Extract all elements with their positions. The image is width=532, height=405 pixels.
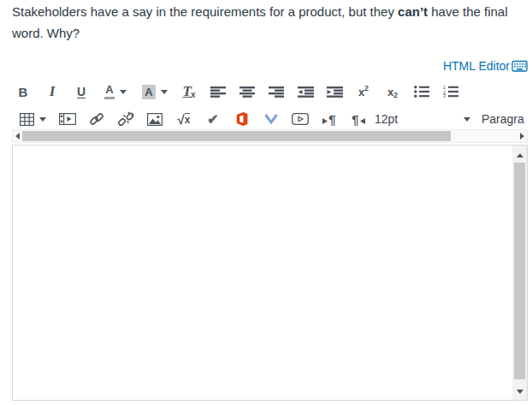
rtl-arrow-icon [360, 118, 365, 124]
question-text-segment: Stakeholders have a say in the requireme… [12, 4, 398, 19]
ltr-arrow-icon [322, 118, 328, 124]
link-button[interactable] [82, 108, 111, 130]
subscript-button[interactable]: x2 [378, 80, 407, 103]
numbered-list-button[interactable]: 1 2 3 [436, 80, 465, 103]
align-right-button[interactable] [262, 80, 291, 103]
outdent-icon [298, 86, 314, 98]
left-to-right-button[interactable]: ¶ [315, 108, 344, 130]
align-left-button[interactable] [204, 80, 233, 103]
office365-icon [236, 112, 248, 126]
text-color-button[interactable]: A [96, 80, 135, 103]
scroll-left-arrow-icon[interactable] [15, 133, 20, 140]
superscript-icon-2: 2 [364, 84, 369, 92]
clear-formatting-icon-x: x [191, 90, 196, 99]
keyboard-icon [511, 60, 528, 72]
toolbar-row-1: B I U A A Tx [9, 80, 465, 104]
font-size-dropdown[interactable]: 12pt [375, 107, 470, 131]
quiz-question-editor: Stakeholders have a say in the requireme… [0, 0, 532, 405]
question-text: Stakeholders have a say in the requireme… [12, 1, 526, 44]
external-tool-check-button[interactable]: ✔ [198, 108, 228, 130]
question-bold-word: can’t [398, 4, 428, 19]
background-color-icon: A [142, 85, 155, 99]
toolbar-row-2: √x ✔ ¶ ¶ [12, 107, 373, 131]
align-center-icon [239, 86, 255, 98]
clear-formatting-button[interactable]: Tx [174, 80, 204, 103]
numbered-list-icon: 1 2 3 [443, 86, 458, 98]
record-media-button[interactable] [53, 108, 82, 130]
bold-button[interactable]: B [9, 80, 38, 103]
office365-button[interactable] [228, 108, 257, 130]
record-media-icon [59, 113, 76, 125]
image-button[interactable] [140, 108, 169, 130]
paragraph-format-value: Paragra [482, 112, 524, 126]
table-icon [20, 113, 34, 126]
italic-icon: I [50, 83, 56, 100]
scroll-up-arrow-icon[interactable] [517, 153, 523, 158]
v-tool-button[interactable] [257, 108, 286, 130]
align-right-icon [269, 86, 284, 98]
link-icon [89, 111, 104, 127]
chevron-down-icon [39, 117, 46, 122]
superscript-button[interactable]: x2 [349, 80, 378, 103]
vertical-scroll-thumb[interactable] [514, 163, 525, 379]
outdent-button[interactable] [291, 80, 320, 103]
align-left-icon [210, 86, 226, 98]
equation-button[interactable]: √x [169, 108, 198, 130]
indent-icon [327, 86, 343, 98]
equation-icon: √ [178, 112, 185, 127]
editor-vertical-scrollbar[interactable] [512, 146, 527, 400]
video-embed-button[interactable] [286, 108, 315, 130]
font-size-value: 12pt [375, 112, 398, 126]
rtl-paragraph-icon: ¶ [352, 112, 358, 127]
align-center-button[interactable] [233, 80, 262, 103]
video-embed-icon [292, 113, 309, 125]
indent-button[interactable] [320, 80, 349, 103]
underline-icon: U [77, 85, 86, 98]
scroll-down-arrow-icon[interactable] [517, 390, 523, 394]
unlink-icon [118, 111, 134, 127]
right-to-left-button[interactable]: ¶ [344, 108, 373, 130]
superscript-icon: x [358, 86, 364, 98]
paragraph-format-dropdown[interactable]: Paragra [482, 107, 524, 131]
subscript-icon-2: 2 [393, 91, 398, 99]
image-icon [147, 113, 163, 126]
toolbar-horizontal-scrollbar[interactable] [12, 129, 528, 143]
bullet-list-button[interactable] [407, 80, 436, 103]
svg-text:3: 3 [443, 93, 446, 98]
html-editor-link[interactable]: HTML Editor [443, 59, 528, 73]
checkmark-icon: ✔ [207, 111, 218, 128]
horizontal-scroll-thumb[interactable] [22, 131, 451, 141]
unlink-button[interactable] [111, 108, 140, 130]
html-editor-link-label: HTML Editor [443, 59, 510, 73]
equation-icon-x: x [185, 113, 191, 126]
ltr-paragraph-icon: ¶ [328, 112, 335, 127]
bold-icon: B [19, 85, 28, 99]
text-color-icon: A [104, 84, 114, 99]
subscript-icon: x [387, 86, 393, 98]
chevron-down-icon [464, 117, 470, 122]
chevron-down-icon [161, 90, 168, 94]
v-tool-icon [264, 114, 278, 124]
chevron-down-icon [120, 90, 127, 94]
scroll-right-arrow-icon[interactable] [520, 133, 524, 140]
editor-content-area[interactable] [12, 145, 528, 401]
background-color-button[interactable]: A [135, 80, 174, 103]
bullet-list-icon [414, 86, 429, 98]
table-button[interactable] [12, 108, 53, 130]
underline-button[interactable]: U [67, 80, 96, 103]
italic-button[interactable]: I [38, 80, 67, 103]
